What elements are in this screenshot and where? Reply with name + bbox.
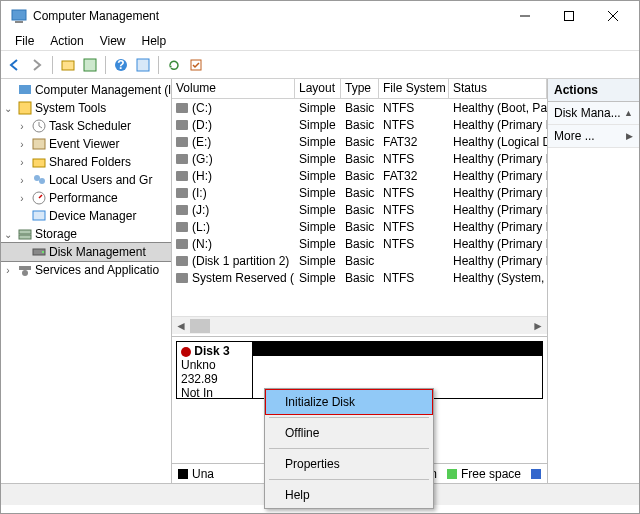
- refresh-icon[interactable]: [164, 55, 184, 75]
- title-bar: Computer Management: [1, 1, 639, 31]
- svg-rect-10: [137, 59, 149, 71]
- actions-disk-management[interactable]: Disk Mana...▲: [548, 102, 639, 125]
- svg-rect-22: [19, 235, 31, 239]
- svg-rect-25: [19, 266, 31, 270]
- svg-rect-13: [19, 102, 31, 114]
- tree-disk-management[interactable]: Disk Management: [1, 243, 171, 261]
- close-button[interactable]: [591, 1, 635, 31]
- col-volume[interactable]: Volume: [172, 79, 295, 98]
- tree-local-users[interactable]: ›Local Users and Gr: [1, 171, 171, 189]
- app-icon: [11, 8, 27, 24]
- legend-swatch-unallocated: [178, 469, 188, 479]
- menu-bar: File Action View Help: [1, 31, 639, 51]
- actions-header: Actions: [548, 79, 639, 102]
- svg-rect-7: [84, 59, 96, 71]
- toolbar-icon-1[interactable]: [58, 55, 78, 75]
- svg-text:?: ?: [117, 58, 124, 72]
- scroll-left-icon[interactable]: ◄: [172, 319, 190, 333]
- volume-icon: [176, 239, 188, 249]
- menu-offline[interactable]: Offline: [265, 420, 433, 446]
- maximize-button[interactable]: [547, 1, 591, 31]
- volume-row[interactable]: (N:)SimpleBasicNTFSHealthy (Primary Part: [172, 235, 547, 252]
- volume-icon: [176, 222, 188, 232]
- forward-button[interactable]: [27, 55, 47, 75]
- menu-initialize-disk[interactable]: Initialize Disk: [265, 389, 433, 415]
- back-button[interactable]: [5, 55, 25, 75]
- tree-label: Event Viewer: [49, 137, 119, 151]
- legend-swatch-free: [447, 469, 457, 479]
- tree-shared-folders[interactable]: ›Shared Folders: [1, 153, 171, 171]
- volume-icon: [176, 154, 188, 164]
- svg-rect-1: [15, 21, 23, 23]
- collapse-icon: ▲: [624, 108, 633, 118]
- volume-row[interactable]: (G:)SimpleBasicNTFSHealthy (Primary Part: [172, 150, 547, 167]
- col-filesystem[interactable]: File System: [379, 79, 449, 98]
- tree-label: Shared Folders: [49, 155, 131, 169]
- volume-row[interactable]: (C:)SimpleBasicNTFSHealthy (Boot, Page F: [172, 99, 547, 116]
- volume-row[interactable]: (I:)SimpleBasicNTFSHealthy (Primary Part: [172, 184, 547, 201]
- tree-device-manager[interactable]: Device Manager: [1, 207, 171, 225]
- tree-label: Device Manager: [49, 209, 136, 223]
- volume-row[interactable]: (Disk 1 partition 2)SimpleBasicHealthy (…: [172, 252, 547, 269]
- disk-info: Disk 3 Unkno 232.89 Not In: [177, 342, 253, 398]
- legend-swatch-other: [531, 469, 541, 479]
- toolbar-icon-3[interactable]: [133, 55, 153, 75]
- tree-storage[interactable]: ⌄Storage: [1, 225, 171, 243]
- actions-more[interactable]: More ...▶: [548, 125, 639, 148]
- menu-help[interactable]: Help: [265, 482, 433, 508]
- menu-view[interactable]: View: [92, 32, 134, 50]
- volume-icon: [176, 171, 188, 181]
- col-layout[interactable]: Layout: [295, 79, 341, 98]
- svg-rect-0: [12, 10, 26, 20]
- tree-label: Storage: [35, 227, 77, 241]
- svg-rect-6: [62, 61, 74, 70]
- legend-unallocated: Una: [192, 467, 214, 481]
- svg-rect-12: [19, 85, 31, 94]
- help-icon[interactable]: ?: [111, 55, 131, 75]
- volume-row[interactable]: (D:)SimpleBasicNTFSHealthy (Primary Part: [172, 116, 547, 133]
- col-status[interactable]: Status: [449, 79, 547, 98]
- volume-row[interactable]: (E:)SimpleBasicFAT32Healthy (Logical Dri…: [172, 133, 547, 150]
- volume-icon: [176, 137, 188, 147]
- tree-services[interactable]: ›Services and Applicatio: [1, 261, 171, 279]
- volume-row[interactable]: (H:)SimpleBasicFAT32Healthy (Primary Par…: [172, 167, 547, 184]
- menu-help[interactable]: Help: [134, 32, 175, 50]
- window-title: Computer Management: [33, 9, 503, 23]
- navigation-tree[interactable]: Computer Management (l ⌄System Tools ›Ta…: [1, 79, 172, 483]
- scroll-right-icon[interactable]: ►: [529, 319, 547, 333]
- volume-list[interactable]: Volume Layout Type File System Status (C…: [172, 79, 547, 337]
- col-type[interactable]: Type: [341, 79, 379, 98]
- volume-icon: [176, 205, 188, 215]
- svg-rect-15: [33, 139, 45, 149]
- toolbar-icon-4[interactable]: [186, 55, 206, 75]
- volume-icon: [176, 103, 188, 113]
- legend-free: Free space: [461, 467, 521, 481]
- toolbar-icon-2[interactable]: [80, 55, 100, 75]
- tree-label: Local Users and Gr: [49, 173, 152, 187]
- chevron-right-icon: ▶: [626, 131, 633, 141]
- tree-performance[interactable]: ›Performance: [1, 189, 171, 207]
- volume-row[interactable]: (L:)SimpleBasicNTFSHealthy (Primary Part: [172, 218, 547, 235]
- volume-hscrollbar[interactable]: ◄ ►: [172, 316, 547, 334]
- svg-point-24: [42, 251, 44, 253]
- menu-action[interactable]: Action: [42, 32, 91, 50]
- tree-root[interactable]: Computer Management (l: [1, 81, 171, 99]
- svg-rect-16: [33, 159, 45, 167]
- menu-file[interactable]: File: [7, 32, 42, 50]
- tree-label: Services and Applicatio: [35, 263, 159, 277]
- disk-size: 232.89: [181, 372, 218, 386]
- tree-event-viewer[interactable]: ›Event Viewer: [1, 135, 171, 153]
- menu-properties[interactable]: Properties: [265, 451, 433, 477]
- tree-task-scheduler[interactable]: ›Task Scheduler: [1, 117, 171, 135]
- tree-label: Computer Management (l: [35, 83, 171, 97]
- scroll-thumb[interactable]: [190, 319, 210, 333]
- minimize-button[interactable]: [503, 1, 547, 31]
- disk-status-2: Not In: [181, 386, 213, 400]
- disk-name: Disk 3: [194, 344, 229, 358]
- volume-icon: [176, 256, 188, 266]
- actions-label: Disk Mana...: [554, 106, 621, 120]
- volume-row[interactable]: System Reserved (K:)SimpleBasicNTFSHealt…: [172, 269, 547, 286]
- volume-row[interactable]: (J:)SimpleBasicNTFSHealthy (Primary Part: [172, 201, 547, 218]
- svg-rect-3: [565, 12, 574, 21]
- tree-system-tools[interactable]: ⌄System Tools: [1, 99, 171, 117]
